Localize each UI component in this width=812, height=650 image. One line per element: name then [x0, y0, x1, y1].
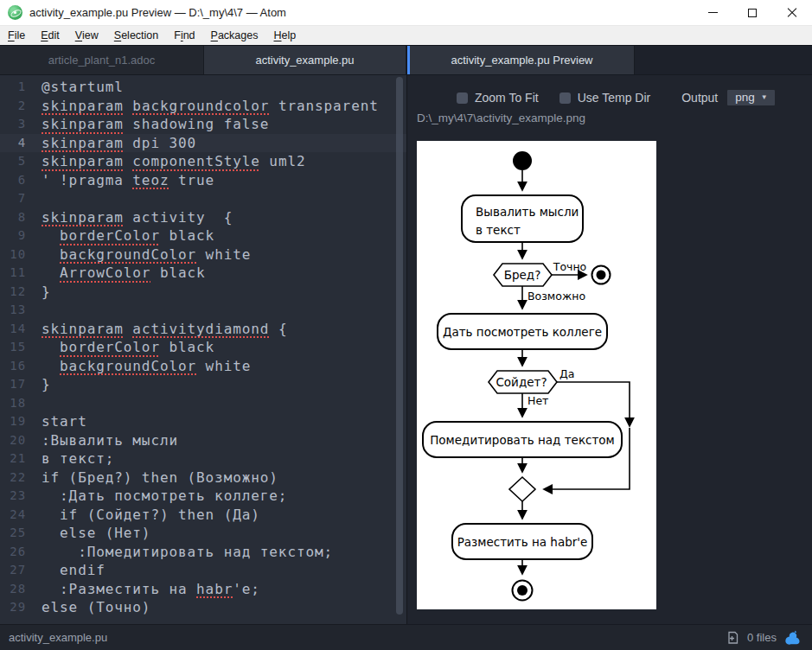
code-line-9[interactable]: 9 borderColor black — [0, 226, 406, 245]
use-temp-dir-checkbox[interactable] — [559, 92, 571, 104]
menu-selection[interactable]: Selection — [106, 26, 166, 45]
code-line-text: :Помедитировать над текстом; — [26, 543, 333, 562]
preview-tab-strip: activity_example.pu Preview — [407, 46, 812, 75]
code-line-7[interactable]: 7 — [0, 189, 406, 208]
code-line-19[interactable]: 19start — [0, 412, 406, 431]
code-line-text: skinparam activity { — [26, 208, 233, 227]
code-line-27[interactable]: 27 endif — [0, 561, 406, 580]
code-line-17[interactable]: 17} — [0, 375, 406, 394]
menu-file[interactable]: File — [0, 26, 33, 45]
code-line-8[interactable]: 8skinparam activity { — [0, 208, 406, 227]
line-number: 8 — [0, 208, 26, 227]
tab-article-plant-n1[interactable]: article_plant_n1.adoc — [0, 46, 204, 74]
code-editor[interactable]: 1@startuml2skinparam backgroundcolor tra… — [0, 75, 406, 624]
code-line-25[interactable]: 25 else (Нет) — [0, 524, 406, 543]
preview-controls: Zoom To Fit Use Temp Dir Output png ▼ — [457, 89, 776, 106]
use-temp-dir-label: Use Temp Dir — [578, 91, 651, 105]
code-line-4[interactable]: 4skinparam dpi 300 — [0, 134, 406, 153]
code-line-text: в текст; — [26, 449, 114, 468]
editor-scrollbar[interactable] — [396, 77, 403, 615]
editor-tab-strip: article_plant_n1.adoc activity_example.p… — [0, 46, 406, 75]
menu-packages[interactable]: Packages — [203, 26, 266, 45]
line-number: 12 — [0, 283, 26, 302]
line-number: 20 — [0, 431, 26, 450]
code-line-21[interactable]: 21в текст; — [0, 449, 406, 468]
code-line-text: skinparam backgroundcolor transparent — [26, 97, 379, 116]
preview-image-path: D:\_my\4\7\activity_example.png — [417, 112, 585, 124]
code-line-11[interactable]: 11 ArrowColor black — [0, 264, 406, 283]
code-line-text: backgroundColor white — [26, 245, 251, 264]
close-icon — [787, 8, 797, 18]
code-line-5[interactable]: 5skinparam componentStyle uml2 — [0, 152, 406, 171]
zoom-to-fit-checkbox[interactable] — [457, 92, 468, 104]
code-line-10[interactable]: 10 backgroundColor white — [0, 245, 406, 264]
tab-preview[interactable]: activity_example.pu Preview — [410, 46, 635, 74]
output-format-dropdown[interactable]: png ▼ — [726, 89, 775, 106]
code-line-text: :Вывалить мысли — [26, 431, 178, 450]
editor-pane: article_plant_n1.adoc activity_example.p… — [0, 46, 406, 624]
tab-activity-example[interactable]: activity_example.pu — [204, 46, 406, 74]
code-line-text: ' !pragma teoz true — [26, 171, 214, 190]
minimize-icon — [708, 12, 718, 13]
code-line-1[interactable]: 1@startuml — [0, 78, 406, 97]
line-number: 27 — [0, 561, 26, 580]
menu-bar: FileEditViewSelectionFindPackagesHelp — [0, 26, 812, 46]
code-line-15[interactable]: 15 borderColor black — [0, 338, 406, 357]
line-number: 26 — [0, 543, 26, 562]
code-line-6[interactable]: 6' !pragma teoz true — [0, 171, 406, 190]
code-line-text: skinparam shadowing false — [26, 115, 269, 134]
menu-view[interactable]: View — [67, 26, 106, 45]
code-line-22[interactable]: 22if (Бред?) then (Возможно) — [0, 468, 406, 488]
line-number: 6 — [0, 171, 26, 190]
line-number: 21 — [0, 449, 26, 468]
start-node — [513, 151, 532, 170]
line-number: 1 — [0, 78, 26, 97]
menu-help[interactable]: Help — [265, 26, 304, 45]
atom-window: { "titlebar": { "title": "activity_examp… — [0, 0, 812, 650]
maximize-icon — [748, 9, 757, 17]
line-number: 13 — [0, 301, 26, 320]
code-line-23[interactable]: 23 :Дать посмотреть коллеге; — [0, 487, 406, 506]
status-file-name[interactable]: activity_example.pu — [9, 631, 107, 644]
window-title: activity_example.pu Preview — D:\_my\4\7… — [29, 6, 286, 19]
line-number: 11 — [0, 264, 26, 283]
status-files-count[interactable]: 0 files — [747, 631, 777, 644]
line-number: 4 — [0, 134, 26, 153]
line-number: 17 — [0, 375, 26, 394]
code-line-text — [26, 301, 42, 320]
code-line-text — [26, 189, 42, 208]
file-add-icon — [726, 630, 740, 646]
code-line-20[interactable]: 20:Вывалить мысли — [0, 431, 406, 450]
menu-edit[interactable]: Edit — [33, 26, 67, 45]
code-line-13[interactable]: 13 — [0, 301, 406, 320]
activity-diagram-image: Вывалить мысли в текст Бред? Точно Возмо… — [417, 141, 656, 609]
menu-find[interactable]: Find — [166, 26, 202, 45]
code-line-3[interactable]: 3skinparam shadowing false — [0, 115, 406, 134]
close-button[interactable] — [772, 0, 812, 25]
code-line-16[interactable]: 16 backgroundColor white — [0, 357, 406, 376]
code-line-2[interactable]: 2skinparam backgroundcolor transparent — [0, 97, 406, 116]
code-line-text: } — [26, 283, 51, 302]
code-line-12[interactable]: 12} — [0, 283, 406, 302]
line-number: 29 — [0, 598, 26, 617]
code-line-28[interactable]: 28 :Разместить на habr'e; — [0, 580, 406, 599]
maximize-button[interactable] — [732, 0, 772, 25]
code-line-24[interactable]: 24 if (Сойдет?) then (Да) — [0, 506, 406, 525]
zoom-to-fit-label: Zoom To Fit — [475, 91, 539, 105]
squirrel-icon[interactable] — [783, 629, 802, 647]
line-number: 18 — [0, 394, 26, 413]
svg-text:Сойдет?: Сойдет? — [496, 375, 547, 389]
code-line-18[interactable]: 18 — [0, 394, 406, 413]
minimize-button[interactable] — [693, 0, 732, 25]
code-line-29[interactable]: 29else (Точно) — [0, 598, 406, 617]
code-line-text: start — [26, 412, 87, 431]
tab-label: article_plant_n1.adoc — [48, 54, 156, 67]
code-line-26[interactable]: 26 :Помедитировать над текстом; — [0, 543, 406, 562]
svg-text:Точно: Точно — [553, 260, 587, 273]
activity-diagram-svg: Вывалить мысли в текст Бред? Точно Возмо… — [417, 141, 656, 609]
window-controls — [693, 0, 812, 25]
code-line-text: else (Точно) — [26, 598, 150, 617]
preview-content: Zoom To Fit Use Temp Dir Output png ▼ D:… — [407, 75, 812, 624]
code-line-14[interactable]: 14skinparam activitydiamond { — [0, 320, 406, 339]
code-line-text: skinparam componentStyle uml2 — [26, 152, 305, 171]
